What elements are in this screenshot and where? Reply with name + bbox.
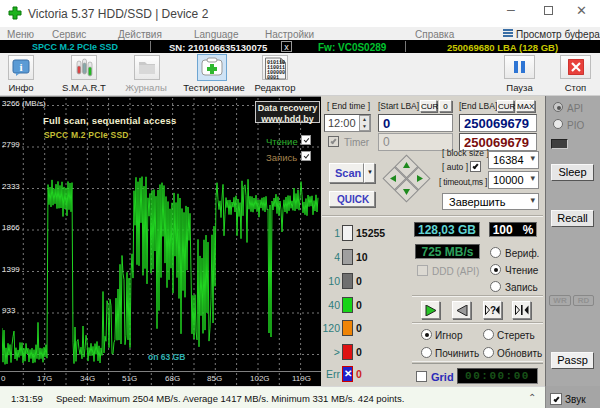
svg-text:?: ? <box>490 305 496 315</box>
svg-text:i: i <box>19 61 22 73</box>
svg-text:0001: 0001 <box>267 75 279 80</box>
